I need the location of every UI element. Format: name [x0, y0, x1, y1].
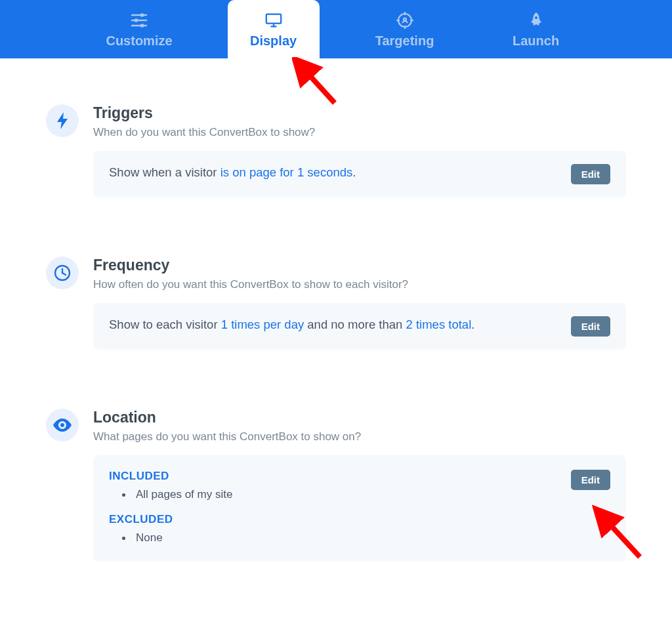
tab-targeting[interactable]: Targeting	[359, 0, 451, 58]
location-card: INCLUDED All pages of my site EXCLUDED N…	[93, 455, 626, 562]
svg-rect-6	[266, 14, 280, 24]
monitor-icon	[264, 11, 283, 30]
section-triggers: Triggers When do you want this ConvertBo…	[46, 104, 626, 197]
svg-point-15	[535, 16, 537, 19]
annotation-arrow-display	[292, 57, 345, 110]
bullet-icon	[122, 537, 125, 540]
tab-display[interactable]: Display	[228, 0, 320, 58]
frequency-rule: Show to each visitor 1 times per day and…	[109, 316, 560, 334]
clock-icon	[46, 257, 79, 289]
svg-line-19	[62, 273, 66, 275]
text-suffix: .	[471, 318, 474, 331]
list-item: All pages of my site	[109, 488, 560, 501]
triggers-title: Triggers	[93, 104, 626, 122]
text-suffix: .	[352, 165, 356, 179]
sliders-icon	[130, 11, 148, 30]
frequency-rule-link-total[interactable]: 2 times total	[406, 318, 472, 331]
svg-rect-5	[140, 24, 144, 28]
location-subtitle: What pages do you want this ConvertBox t…	[93, 430, 626, 443]
eye-icon	[46, 409, 79, 442]
content: Triggers When do you want this ConvertBo…	[0, 58, 672, 637]
frequency-subtitle: How often do you want this ConvertBox to…	[93, 278, 626, 291]
section-frequency: Frequency How often do you want this Con…	[46, 257, 626, 350]
text-prefix: Show when a visitor	[109, 165, 220, 179]
edit-frequency-button[interactable]: Edit	[571, 316, 610, 337]
text-prefix: Show to each visitor	[109, 318, 221, 331]
svg-rect-4	[135, 19, 138, 22]
triggers-card: Show when a visitor is on page for 1 sec…	[93, 151, 626, 197]
target-icon	[396, 11, 414, 30]
triggers-rule: Show when a visitor is on page for 1 sec…	[109, 164, 560, 182]
location-included-label: INCLUDED	[109, 470, 560, 483]
frequency-card: Show to each visitor 1 times per day and…	[93, 303, 626, 350]
location-title: Location	[93, 409, 626, 426]
text-mid: and no more than	[304, 318, 406, 331]
bolt-icon	[46, 104, 79, 137]
location-excluded-label: EXCLUDED	[109, 513, 560, 526]
location-excluded-item: None	[136, 531, 163, 545]
rocket-icon	[527, 11, 545, 30]
svg-rect-3	[140, 14, 144, 17]
tab-label: Display	[250, 33, 297, 49]
section-location: Location What pages do you want this Con…	[46, 409, 626, 562]
tab-label: Launch	[513, 33, 559, 49]
top-tabs: Customize Display Targeting	[0, 0, 672, 58]
tab-label: Customize	[106, 33, 172, 49]
edit-triggers-button[interactable]: Edit	[571, 164, 610, 184]
tab-label: Targeting	[375, 33, 434, 49]
frequency-title: Frequency	[93, 257, 626, 274]
tab-customize[interactable]: Customize	[90, 0, 188, 58]
list-item: None	[109, 531, 560, 545]
edit-location-button[interactable]: Edit	[571, 470, 610, 490]
triggers-rule-link[interactable]: is on page for 1 seconds	[220, 165, 353, 179]
frequency-rule-link-perday[interactable]: 1 times per day	[221, 318, 304, 331]
bullet-icon	[122, 493, 125, 497]
svg-point-20	[60, 423, 64, 427]
tab-launch[interactable]: Launch	[490, 0, 582, 58]
svg-line-16	[301, 66, 335, 103]
location-included-item: All pages of my site	[136, 488, 232, 501]
triggers-subtitle: When do you want this ConvertBox to show…	[93, 126, 626, 139]
